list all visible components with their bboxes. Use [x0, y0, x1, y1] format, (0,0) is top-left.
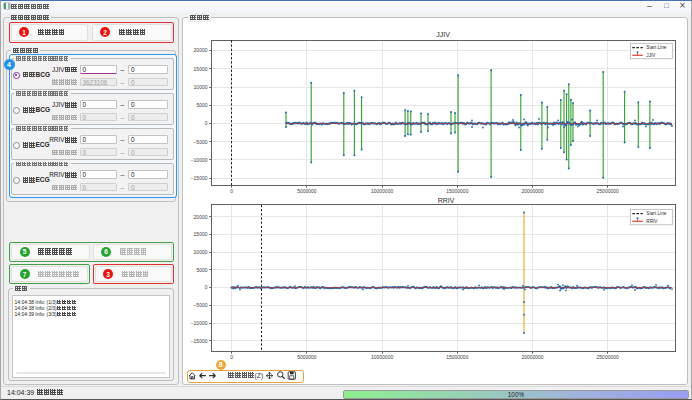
svg-text:25000000: 25000000 — [597, 188, 619, 194]
svg-text:JJIV: JJIV — [436, 31, 450, 38]
svg-text:10000000: 10000000 — [371, 188, 393, 194]
svg-text:RRIV: RRIV — [438, 197, 455, 204]
svg-text:10000: 10000 — [194, 84, 208, 90]
svg-text:20000000: 20000000 — [521, 354, 543, 360]
svg-text:JJIV: JJIV — [646, 53, 656, 58]
svg-text:−5000: −5000 — [193, 302, 207, 308]
svg-text:5000000: 5000000 — [297, 188, 317, 194]
svg-text:0: 0 — [230, 354, 233, 360]
svg-text:5000: 5000 — [196, 267, 207, 273]
svg-text:25000000: 25000000 — [597, 354, 619, 360]
svg-text:−5000: −5000 — [193, 139, 207, 145]
svg-text:15000000: 15000000 — [446, 354, 468, 360]
svg-text:15000000: 15000000 — [446, 188, 468, 194]
svg-text:15000: 15000 — [194, 231, 208, 237]
svg-text:5000000: 5000000 — [297, 354, 317, 360]
svg-text:0: 0 — [230, 188, 233, 194]
svg-text:−15000: −15000 — [191, 338, 208, 344]
svg-text:0: 0 — [205, 284, 208, 290]
svg-text:−10000: −10000 — [191, 320, 208, 326]
svg-text:20000: 20000 — [194, 47, 208, 53]
svg-text:Start Line: Start Line — [646, 45, 666, 50]
svg-text:10000: 10000 — [194, 249, 208, 255]
svg-text:−15000: −15000 — [191, 175, 208, 181]
svg-text:0: 0 — [205, 120, 208, 126]
svg-text:20000: 20000 — [194, 214, 208, 220]
svg-text:−10000: −10000 — [191, 157, 208, 163]
svg-text:Start Line: Start Line — [646, 211, 666, 216]
svg-text:RRIV: RRIV — [646, 219, 658, 224]
svg-text:5000: 5000 — [196, 102, 207, 108]
svg-text:20000000: 20000000 — [521, 188, 543, 194]
svg-text:15000: 15000 — [194, 66, 208, 72]
svg-text:10000000: 10000000 — [371, 354, 393, 360]
